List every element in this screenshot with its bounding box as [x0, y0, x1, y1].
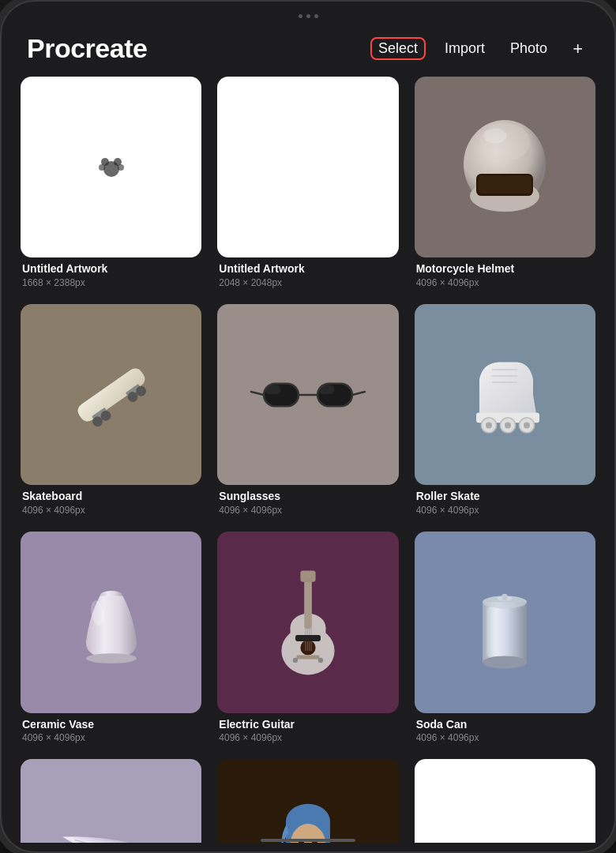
status-dot-2 — [306, 14, 310, 18]
photo-button[interactable]: Photo — [504, 37, 554, 60]
artwork-thumb-untitled3 — [415, 759, 595, 843]
svg-point-50 — [293, 658, 298, 663]
svg-rect-49 — [295, 635, 321, 641]
artwork-thumb-sodacan — [415, 532, 595, 712]
artwork-grid: Untitled Artwork 1668 × 2388px Untitled … — [2, 77, 614, 843]
artwork-thumb-guitar — [217, 532, 398, 712]
status-dot-3 — [314, 14, 318, 18]
artwork-item-sodacan[interactable]: Soda Can 4096 × 4096px — [415, 532, 595, 743]
artwork-item-ceramicvase[interactable]: Ceramic Vase 4096 × 4096px — [21, 532, 201, 743]
artwork-size-untitled2: 2048 × 2048px — [219, 277, 396, 288]
skateboard-svg — [48, 332, 175, 458]
artwork-name-skateboard: Skateboard — [22, 490, 200, 503]
artwork-info-rollerskate: Roller Skate 4096 × 4096px — [415, 490, 595, 516]
import-button[interactable]: Import — [438, 37, 491, 60]
artwork-size-untitled1: 1668 × 2388px — [22, 277, 200, 288]
artwork-thumb-ceramicvase — [21, 532, 201, 712]
sunglasses-svg — [245, 332, 371, 458]
svg-point-51 — [318, 658, 323, 663]
artwork-info-sodacan: Soda Can 4096 × 4096px — [415, 718, 595, 744]
artwork-info-motorcycle: Motorcycle Helmet 4096 × 4096px — [415, 262, 595, 288]
paw-icon — [96, 152, 127, 183]
guitar-svg — [245, 559, 371, 686]
artwork-size-sodacan: 4096 × 4096px — [416, 732, 594, 743]
svg-point-54 — [483, 656, 527, 668]
svg-rect-23 — [265, 385, 281, 394]
artwork-thumb-untitled1 — [21, 77, 201, 257]
artwork-thumb-portrait — [217, 759, 398, 843]
device-frame: Procreate Select Import Photo + Untitled… — [0, 0, 616, 853]
artwork-name-sunglasses: Sunglasses — [219, 490, 396, 503]
sodacan-svg — [441, 559, 568, 686]
artwork-thumb-motorcycle — [415, 77, 595, 257]
artwork-name-rollerskate: Roller Skate — [416, 490, 594, 503]
scroll-indicator — [261, 839, 355, 842]
artwork-name-guitar: Electric Guitar — [219, 718, 396, 731]
add-button[interactable]: + — [566, 36, 589, 62]
artwork-info-guitar: Electric Guitar 4096 × 4096px — [217, 718, 398, 744]
artwork-size-ceramicvase: 4096 × 4096px — [22, 732, 200, 743]
svg-point-9 — [479, 123, 530, 161]
artwork-name-sodacan: Soda Can — [416, 718, 594, 731]
svg-point-4 — [118, 164, 124, 171]
artwork-thumb-rollerskate — [415, 304, 595, 485]
artwork-info-ceramicvase: Ceramic Vase 4096 × 4096px — [21, 718, 201, 744]
select-button[interactable]: Select — [370, 37, 426, 60]
artwork-thumb-untitled2 — [217, 77, 398, 257]
artwork-info-sunglasses: Sunglasses 4096 × 4096px — [217, 490, 398, 516]
artwork-item-untitled2[interactable]: Untitled Artwork 2048 × 2048px — [217, 77, 398, 288]
surfboard-svg — [48, 787, 175, 843]
artwork-info-untitled1: Untitled Artwork 1668 × 2388px — [21, 262, 201, 288]
svg-point-41 — [300, 640, 315, 655]
artwork-item-portrait[interactable]: Untitled Artwork 2048 × 2048px — [217, 759, 398, 843]
artwork-info-skateboard: Skateboard 4096 × 4096px — [21, 490, 201, 516]
svg-rect-43 — [300, 570, 315, 581]
artwork-item-sunglasses[interactable]: Sunglasses 4096 × 4096px — [217, 304, 398, 516]
artwork-item-motorcycle[interactable]: Motorcycle Helmet 4096 × 4096px — [415, 77, 595, 288]
artwork-size-rollerskate: 4096 × 4096px — [416, 505, 594, 516]
ceramicvase-svg — [48, 559, 175, 686]
artwork-thumb-skateboard — [21, 304, 201, 485]
status-dot-1 — [299, 14, 302, 18]
artwork-name-untitled2: Untitled Artwork — [219, 262, 396, 276]
artwork-size-guitar: 4096 × 4096px — [219, 732, 396, 743]
artwork-item-skateboard[interactable]: Skateboard 4096 × 4096px — [21, 304, 201, 516]
rollerskate-svg — [441, 332, 568, 458]
status-dots — [299, 14, 318, 18]
artwork-thumb-surfboard — [21, 759, 201, 843]
artwork-thumb-sunglasses — [217, 304, 398, 485]
artwork-size-motorcycle: 4096 × 4096px — [416, 277, 594, 288]
artwork-info-untitled2: Untitled Artwork 2048 × 2048px — [217, 262, 398, 288]
artwork-item-untitled3[interactable]: Untitled Artwork 2048 × 2048px — [415, 759, 595, 843]
artwork-item-rollerskate[interactable]: Roller Skate 4096 × 4096px — [415, 304, 595, 516]
artwork-item-surfboard[interactable]: Surfboard 4096 × 4096px — [21, 759, 201, 843]
svg-point-3 — [99, 164, 105, 171]
svg-point-36 — [86, 653, 137, 663]
svg-rect-48 — [297, 656, 320, 659]
svg-rect-58 — [487, 607, 495, 657]
app-title: Procreate — [27, 33, 147, 64]
header: Procreate Select Import Photo + — [2, 27, 614, 77]
svg-line-21 — [251, 392, 264, 395]
header-actions: Select Import Photo + — [370, 36, 589, 62]
artwork-name-motorcycle: Motorcycle Helmet — [416, 262, 594, 276]
artwork-name-untitled1: Untitled Artwork — [22, 262, 200, 276]
artwork-size-skateboard: 4096 × 4096px — [22, 505, 200, 516]
portrait-svg — [253, 789, 363, 843]
status-bar — [2, 2, 614, 27]
motorcycle-helmet-svg — [441, 104, 568, 231]
artwork-item-guitar[interactable]: Electric Guitar 4096 × 4096px — [217, 532, 398, 743]
svg-rect-8 — [479, 175, 531, 193]
svg-point-34 — [524, 422, 530, 428]
svg-point-30 — [486, 422, 492, 428]
artwork-size-sunglasses: 4096 × 4096px — [219, 505, 396, 516]
svg-line-22 — [352, 392, 365, 395]
svg-rect-57 — [502, 594, 507, 600]
svg-point-32 — [505, 422, 511, 428]
artwork-name-ceramicvase: Ceramic Vase — [22, 718, 200, 731]
svg-point-10 — [484, 128, 507, 143]
artwork-item-untitled1[interactable]: Untitled Artwork 1668 × 2388px — [21, 77, 201, 288]
svg-rect-24 — [319, 385, 335, 394]
